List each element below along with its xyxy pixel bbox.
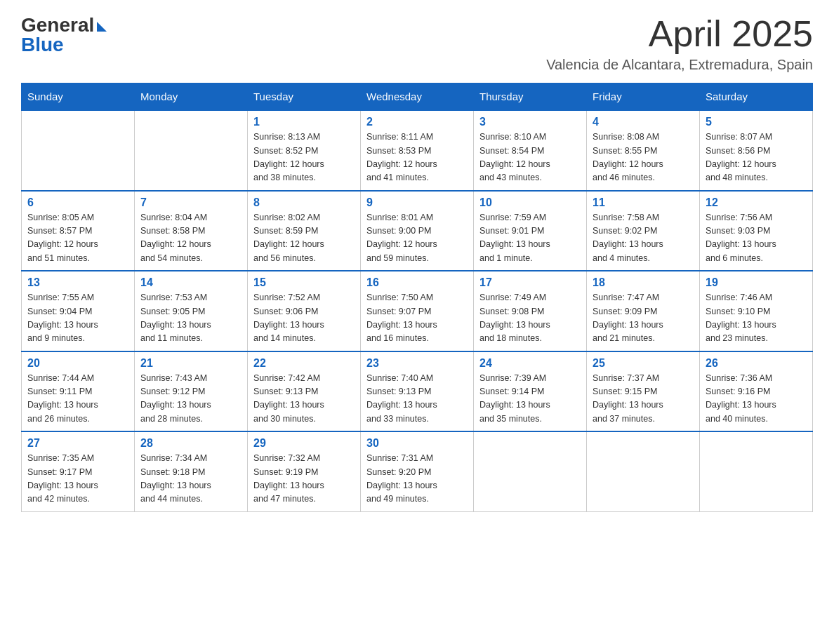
calendar-cell: 20Sunrise: 7:44 AM Sunset: 9:11 PM Dayli… [22, 351, 135, 432]
header-saturday: Saturday [700, 83, 813, 111]
day-number: 13 [27, 276, 128, 289]
calendar-cell: 19Sunrise: 7:46 AM Sunset: 9:10 PM Dayli… [700, 271, 813, 351]
calendar-cell: 5Sunrise: 8:07 AM Sunset: 8:56 PM Daylig… [700, 110, 813, 191]
calendar-location: Valencia de Alcantara, Extremadura, Spai… [546, 57, 813, 73]
week-row-3: 13Sunrise: 7:55 AM Sunset: 9:04 PM Dayli… [22, 271, 813, 351]
day-info: Sunrise: 7:31 AM Sunset: 9:20 PM Dayligh… [366, 452, 468, 507]
day-number: 4 [593, 116, 694, 128]
day-info: Sunrise: 7:55 AM Sunset: 9:04 PM Dayligh… [27, 291, 128, 346]
day-number: 10 [479, 196, 581, 209]
day-number: 30 [366, 437, 468, 450]
day-number: 12 [706, 196, 807, 209]
title-block: April 2025 Valencia de Alcantara, Extrem… [546, 14, 813, 73]
day-number: 25 [593, 357, 694, 370]
calendar-cell: 29Sunrise: 7:32 AM Sunset: 9:19 PM Dayli… [248, 431, 361, 511]
day-number: 21 [140, 357, 241, 370]
logo: General Blue [21, 14, 107, 56]
calendar-cell: 6Sunrise: 8:05 AM Sunset: 8:57 PM Daylig… [22, 191, 135, 271]
day-info: Sunrise: 8:04 AM Sunset: 8:58 PM Dayligh… [140, 211, 241, 266]
day-info: Sunrise: 7:42 AM Sunset: 9:13 PM Dayligh… [253, 372, 355, 427]
day-info: Sunrise: 7:35 AM Sunset: 9:17 PM Dayligh… [27, 452, 128, 507]
calendar-cell: 4Sunrise: 8:08 AM Sunset: 8:55 PM Daylig… [587, 110, 700, 191]
calendar-cell: 1Sunrise: 8:13 AM Sunset: 8:52 PM Daylig… [248, 110, 361, 191]
day-info: Sunrise: 8:01 AM Sunset: 9:00 PM Dayligh… [366, 211, 468, 266]
header-wednesday: Wednesday [361, 83, 474, 111]
calendar-cell: 3Sunrise: 8:10 AM Sunset: 8:54 PM Daylig… [474, 110, 587, 191]
day-info: Sunrise: 7:37 AM Sunset: 9:15 PM Dayligh… [593, 372, 694, 427]
calendar-cell: 30Sunrise: 7:31 AM Sunset: 9:20 PM Dayli… [361, 431, 474, 511]
day-number: 26 [706, 357, 807, 370]
calendar-cell: 27Sunrise: 7:35 AM Sunset: 9:17 PM Dayli… [22, 431, 135, 511]
day-info: Sunrise: 7:58 AM Sunset: 9:02 PM Dayligh… [593, 211, 694, 266]
day-info: Sunrise: 8:13 AM Sunset: 8:52 PM Dayligh… [253, 130, 355, 185]
calendar-cell: 12Sunrise: 7:56 AM Sunset: 9:03 PM Dayli… [700, 191, 813, 271]
header-tuesday: Tuesday [248, 83, 361, 111]
day-info: Sunrise: 7:50 AM Sunset: 9:07 PM Dayligh… [366, 291, 468, 346]
day-info: Sunrise: 7:56 AM Sunset: 9:03 PM Dayligh… [706, 211, 807, 266]
calendar-cell: 21Sunrise: 7:43 AM Sunset: 9:12 PM Dayli… [135, 351, 248, 432]
calendar-cell: 10Sunrise: 7:59 AM Sunset: 9:01 PM Dayli… [474, 191, 587, 271]
day-info: Sunrise: 7:52 AM Sunset: 9:06 PM Dayligh… [253, 291, 355, 346]
week-row-4: 20Sunrise: 7:44 AM Sunset: 9:11 PM Dayli… [22, 351, 813, 432]
logo-blue: Blue [21, 34, 64, 56]
day-info: Sunrise: 7:49 AM Sunset: 9:08 PM Dayligh… [479, 291, 581, 346]
day-info: Sunrise: 8:10 AM Sunset: 8:54 PM Dayligh… [479, 130, 581, 185]
day-info: Sunrise: 8:08 AM Sunset: 8:55 PM Dayligh… [593, 130, 694, 185]
calendar-cell: 17Sunrise: 7:49 AM Sunset: 9:08 PM Dayli… [474, 271, 587, 351]
calendar-cell: 26Sunrise: 7:36 AM Sunset: 9:16 PM Dayli… [700, 351, 813, 432]
calendar-header-row: SundayMondayTuesdayWednesdayThursdayFrid… [22, 83, 813, 111]
calendar-cell: 16Sunrise: 7:50 AM Sunset: 9:07 PM Dayli… [361, 271, 474, 351]
day-number: 20 [27, 357, 128, 370]
calendar-table: SundayMondayTuesdayWednesdayThursdayFrid… [21, 83, 813, 512]
week-row-2: 6Sunrise: 8:05 AM Sunset: 8:57 PM Daylig… [22, 191, 813, 271]
day-info: Sunrise: 7:43 AM Sunset: 9:12 PM Dayligh… [140, 372, 241, 427]
day-number: 27 [27, 437, 128, 450]
header-friday: Friday [587, 83, 700, 111]
calendar-cell: 8Sunrise: 8:02 AM Sunset: 8:59 PM Daylig… [248, 191, 361, 271]
calendar-cell [135, 110, 248, 191]
day-number: 17 [479, 276, 581, 289]
calendar-cell: 23Sunrise: 7:40 AM Sunset: 9:13 PM Dayli… [361, 351, 474, 432]
week-row-1: 1Sunrise: 8:13 AM Sunset: 8:52 PM Daylig… [22, 110, 813, 191]
calendar-cell: 22Sunrise: 7:42 AM Sunset: 9:13 PM Dayli… [248, 351, 361, 432]
calendar-cell [587, 431, 700, 511]
header-sunday: Sunday [22, 83, 135, 111]
calendar-cell: 14Sunrise: 7:53 AM Sunset: 9:05 PM Dayli… [135, 271, 248, 351]
day-info: Sunrise: 7:53 AM Sunset: 9:05 PM Dayligh… [140, 291, 241, 346]
day-number: 29 [253, 437, 355, 450]
logo-triangle-icon [97, 22, 107, 32]
calendar-cell: 18Sunrise: 7:47 AM Sunset: 9:09 PM Dayli… [587, 271, 700, 351]
calendar-cell: 25Sunrise: 7:37 AM Sunset: 9:15 PM Dayli… [587, 351, 700, 432]
day-info: Sunrise: 7:32 AM Sunset: 9:19 PM Dayligh… [253, 452, 355, 507]
calendar-cell: 15Sunrise: 7:52 AM Sunset: 9:06 PM Dayli… [248, 271, 361, 351]
day-info: Sunrise: 7:46 AM Sunset: 9:10 PM Dayligh… [706, 291, 807, 346]
day-info: Sunrise: 7:40 AM Sunset: 9:13 PM Dayligh… [366, 372, 468, 427]
page-header: General Blue April 2025 Valencia de Alca… [21, 14, 813, 73]
calendar-cell: 11Sunrise: 7:58 AM Sunset: 9:02 PM Dayli… [587, 191, 700, 271]
day-info: Sunrise: 7:59 AM Sunset: 9:01 PM Dayligh… [479, 211, 581, 266]
day-info: Sunrise: 7:39 AM Sunset: 9:14 PM Dayligh… [479, 372, 581, 427]
day-info: Sunrise: 7:34 AM Sunset: 9:18 PM Dayligh… [140, 452, 241, 507]
day-info: Sunrise: 8:02 AM Sunset: 8:59 PM Dayligh… [253, 211, 355, 266]
calendar-cell: 7Sunrise: 8:04 AM Sunset: 8:58 PM Daylig… [135, 191, 248, 271]
calendar-cell: 9Sunrise: 8:01 AM Sunset: 9:00 PM Daylig… [361, 191, 474, 271]
calendar-cell: 28Sunrise: 7:34 AM Sunset: 9:18 PM Dayli… [135, 431, 248, 511]
day-info: Sunrise: 8:07 AM Sunset: 8:56 PM Dayligh… [706, 130, 807, 185]
day-info: Sunrise: 7:47 AM Sunset: 9:09 PM Dayligh… [593, 291, 694, 346]
day-info: Sunrise: 7:44 AM Sunset: 9:11 PM Dayligh… [27, 372, 128, 427]
day-number: 19 [706, 276, 807, 289]
calendar-cell [474, 431, 587, 511]
day-info: Sunrise: 8:05 AM Sunset: 8:57 PM Dayligh… [27, 211, 128, 266]
day-number: 1 [253, 116, 355, 128]
day-number: 18 [593, 276, 694, 289]
calendar-cell: 24Sunrise: 7:39 AM Sunset: 9:14 PM Dayli… [474, 351, 587, 432]
calendar-cell [700, 431, 813, 511]
day-number: 6 [27, 196, 128, 209]
day-number: 28 [140, 437, 241, 450]
calendar-cell: 13Sunrise: 7:55 AM Sunset: 9:04 PM Dayli… [22, 271, 135, 351]
day-number: 8 [253, 196, 355, 209]
calendar-title: April 2025 [546, 14, 813, 54]
day-number: 7 [140, 196, 241, 209]
header-thursday: Thursday [474, 83, 587, 111]
day-info: Sunrise: 8:11 AM Sunset: 8:53 PM Dayligh… [366, 130, 468, 185]
